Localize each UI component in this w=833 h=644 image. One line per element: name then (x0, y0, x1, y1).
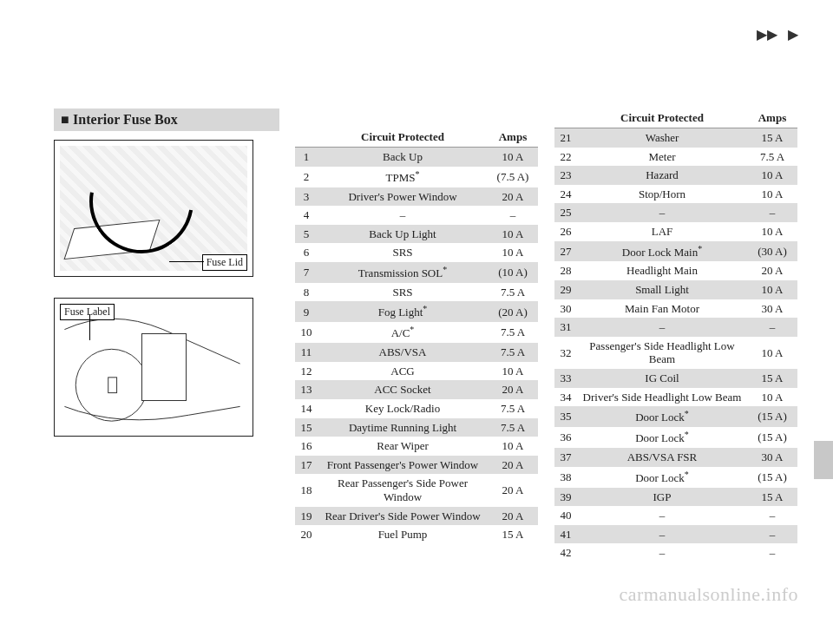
fuse-circuit: Main Fan Motor (577, 299, 747, 319)
table-row: 30Main Fan Motor30 A (554, 299, 797, 319)
fuse-number: 17 (295, 456, 318, 475)
col-circuit-header-r: Circuit Protected (577, 108, 747, 128)
fuse-circuit: SRS (318, 243, 488, 262)
table-row: 3Driver's Power Window20 A (295, 187, 538, 207)
fuse-circuit: Rear Driver's Side Power Window (318, 507, 488, 526)
table-row: 27Door Lock Main*(30 A) (554, 241, 797, 262)
fuse-number: 23 (554, 166, 577, 185)
fuse-number: 7 (295, 262, 318, 283)
fuse-circuit: A/C* (318, 322, 488, 343)
fuse-circuit: – (577, 318, 747, 337)
fuse-amps: 7.5 A (488, 322, 538, 343)
fuse-circuit: ACG (318, 362, 488, 381)
fuse-number: 41 (554, 525, 577, 544)
fuse-amps: 20 A (488, 456, 538, 475)
fuse-amps: (7.5 A) (488, 167, 538, 187)
table-row: 33IG Coil15 A (554, 369, 797, 388)
fuse-circuit: Daytime Running Light (318, 418, 488, 437)
fuse-number: 28 (554, 261, 577, 280)
fuse-amps: 10 A (747, 280, 797, 299)
fuse-amps: 20 A (747, 261, 797, 280)
fuse-number: 29 (554, 280, 577, 299)
fuse-amps: 20 A (488, 380, 538, 399)
table-row: 5Back Up Light10 A (295, 225, 538, 244)
fuse-circuit: Door Lock* (577, 406, 747, 427)
fuse-number: 8 (295, 283, 318, 302)
fuse-circuit: Rear Wiper (318, 437, 488, 456)
table-row: 32Passenger's Side Headlight Low Beam10 … (554, 337, 797, 369)
fuse-circuit: TPMS* (318, 167, 488, 187)
table-row: 4–– (295, 206, 538, 225)
table-row: 24Stop/Horn10 A (554, 185, 797, 204)
fuse-amps: 15 A (747, 128, 797, 148)
fuse-amps: (10 A) (488, 262, 538, 283)
watermark: carmanualsonline.info (619, 583, 798, 606)
fuse-number: 21 (554, 128, 577, 148)
fuse-circuit: – (318, 206, 488, 225)
table-row: 40–– (554, 506, 797, 525)
fuse-amps: – (488, 206, 538, 225)
fuse-amps: 10 A (747, 337, 797, 369)
table-row: 41–– (554, 525, 797, 544)
fuse-circuit: Door Lock* (577, 467, 747, 488)
fuse-number: 4 (295, 206, 318, 225)
table-row: 34Driver's Side Headlight Low Beam10 A (554, 388, 797, 407)
fuse-table-left-wrap: Circuit Protected Amps 1Back Up10 A2TPMS… (295, 108, 539, 544)
fuse-circuit: Hazard (577, 166, 747, 185)
callout-fuse-lid-text: Fuse Lid (207, 256, 243, 268)
fuse-amps: (20 A) (488, 301, 538, 322)
fuse-number: 25 (554, 203, 577, 222)
col-num-header (295, 128, 318, 148)
table-row: 35Door Lock*(15 A) (554, 406, 797, 427)
fuse-amps: 10 A (488, 243, 538, 262)
table-row: 9Fog Light*(20 A) (295, 301, 538, 322)
fuse-number: 16 (295, 437, 318, 456)
fuse-circuit: Headlight Main (577, 261, 747, 280)
fuse-amps: 10 A (747, 222, 797, 241)
page-nav-icons: ▶▶ ▶ (757, 26, 798, 43)
table-row: 37ABS/VSA FSR30 A (554, 448, 797, 467)
fuse-number: 11 (295, 343, 318, 362)
fuse-number: 22 (554, 148, 577, 167)
svg-rect-1 (108, 378, 117, 393)
fuse-circuit: Small Light (577, 280, 747, 299)
fuse-amps: (15 A) (747, 427, 797, 448)
fuse-number: 2 (295, 167, 318, 187)
fuse-circuit: Rear Passenger's Side Power Window (318, 474, 488, 506)
table-row: 8SRS7.5 A (295, 283, 538, 302)
table-row: 1Back Up10 A (295, 148, 538, 167)
table-row: 15Daytime Running Light7.5 A (295, 418, 538, 437)
fuse-number: 24 (554, 185, 577, 204)
col-amps-header-r: Amps (747, 108, 797, 128)
table-row: 23Hazard10 A (554, 166, 797, 185)
fuse-amps: 7.5 A (488, 418, 538, 437)
fuse-circuit: Front Passenger's Power Window (318, 456, 488, 475)
table-row: 38Door Lock*(15 A) (554, 467, 797, 488)
table-row: 29Small Light10 A (554, 280, 797, 299)
fuse-circuit: Driver's Power Window (318, 187, 488, 207)
left-column: ■ Interior Fuse Box Fuse Lid (54, 108, 279, 437)
fuse-number: 19 (295, 507, 318, 526)
fuse-amps: – (747, 543, 797, 562)
fuse-circuit: Meter (577, 148, 747, 167)
fuse-table-right: Circuit Protected Amps 21Washer15 A22Met… (554, 108, 797, 562)
fuse-number: 15 (295, 418, 318, 437)
fuse-amps: 15 A (488, 525, 538, 544)
fuse-number: 26 (554, 222, 577, 241)
fuse-number: 5 (295, 225, 318, 244)
fuse-amps: (15 A) (747, 467, 797, 488)
fuse-number: 34 (554, 388, 577, 407)
table-row: 11ABS/VSA7.5 A (295, 343, 538, 362)
callout-leader-line (169, 261, 204, 262)
table-row: 19Rear Driver's Side Power Window20 A (295, 507, 538, 526)
fuse-circuit: ABS/VSA FSR (577, 448, 747, 467)
table-row: 42–– (554, 543, 797, 562)
fuse-number: 20 (295, 525, 318, 544)
table-row: 20Fuel Pump15 A (295, 525, 538, 544)
table-row: 17Front Passenger's Power Window20 A (295, 456, 538, 475)
fuse-table-right-wrap: Circuit Protected Amps 21Washer15 A22Met… (554, 108, 798, 562)
table-row: 6SRS10 A (295, 243, 538, 262)
fuse-number: 6 (295, 243, 318, 262)
fuse-circuit: Door Lock Main* (577, 241, 747, 262)
table-row: 22Meter7.5 A (554, 148, 797, 167)
